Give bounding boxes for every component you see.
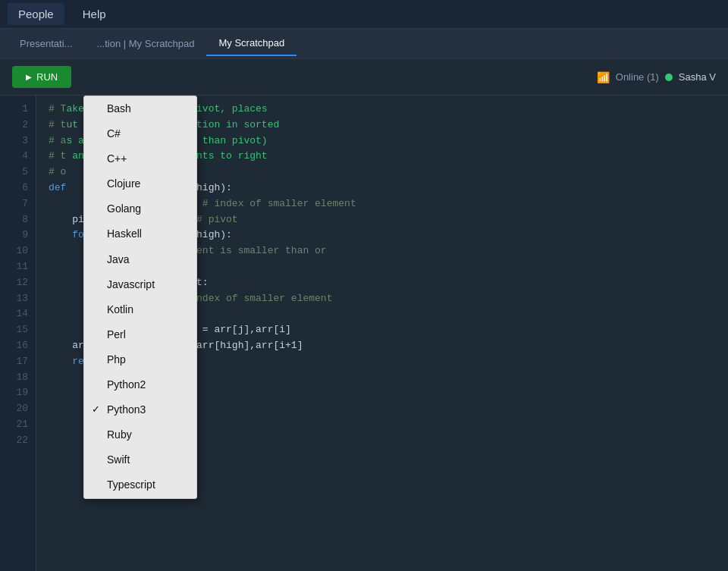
online-status: Online (1) (616, 71, 659, 83)
language-option-python3[interactable]: Python3 (84, 397, 196, 422)
status-area: 📶 Online (1) Sasha V (597, 71, 716, 83)
tab-my-scratchpad[interactable]: My Scratchpad (206, 31, 297, 56)
language-option-haskell[interactable]: Haskell (84, 221, 196, 246)
language-option-bash[interactable]: Bash (84, 96, 196, 121)
language-option-perl[interactable]: Perl (84, 322, 196, 347)
language-option-java[interactable]: Java (84, 247, 196, 272)
play-icon: ▶ (26, 73, 32, 81)
language-option-python2[interactable]: Python2 (84, 372, 196, 397)
tabs-bar: Presentati... ...tion | My Scratchpad My… (0, 29, 728, 59)
user-name: Sasha V (679, 71, 716, 83)
menu-bar: People Help (0, 0, 728, 29)
language-option-ruby[interactable]: Ruby (84, 422, 196, 447)
language-option-javascript[interactable]: Javascript (84, 272, 196, 297)
language-dropdown[interactable]: BashC#C++ClojureGolangHaskellJavaJavascr… (83, 96, 197, 499)
wifi-icon: 📶 (597, 71, 610, 83)
language-option-typescript[interactable]: Typescript (84, 472, 196, 497)
language-option-swift[interactable]: Swift (84, 447, 196, 472)
language-option-kotlin[interactable]: Kotlin (84, 297, 196, 322)
line-numbers: 12345678910111213141516171819202122 (0, 96, 36, 571)
online-dot (665, 74, 673, 81)
menu-people[interactable]: People (8, 3, 64, 25)
run-label: RUN (36, 71, 58, 83)
run-button[interactable]: ▶ RUN (12, 66, 71, 88)
language-option-golang[interactable]: Golang (84, 196, 196, 221)
tab-presentation[interactable]: Presentati... (8, 32, 84, 55)
language-option-c#[interactable]: C# (84, 121, 196, 146)
language-option-clojure[interactable]: Clojure (84, 171, 196, 196)
language-option-c++[interactable]: C++ (84, 146, 196, 171)
tab-scratchpad-full[interactable]: ...tion | My Scratchpad (84, 32, 206, 55)
language-option-php[interactable]: Php (84, 347, 196, 372)
toolbar: ▶ RUN 📶 Online (1) Sasha V (0, 59, 728, 96)
code-container: 12345678910111213141516171819202122 # Ta… (0, 96, 728, 571)
menu-help[interactable]: Help (72, 3, 117, 25)
